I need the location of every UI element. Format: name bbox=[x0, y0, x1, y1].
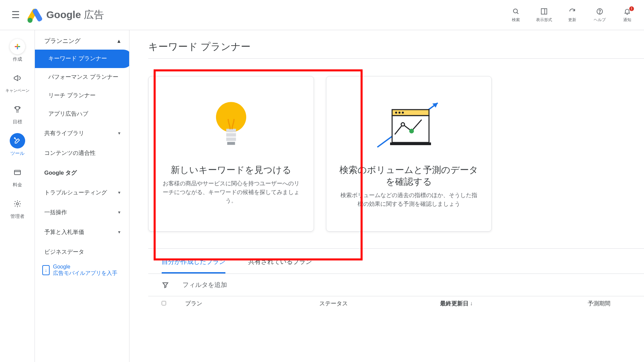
svg-point-23 bbox=[398, 112, 400, 114]
col-status[interactable]: ステータス bbox=[319, 300, 440, 307]
rail-admin[interactable]: 管理者 bbox=[10, 196, 25, 220]
filter-bar[interactable]: フィルタを追加 bbox=[148, 274, 644, 296]
mobile-icon: ↓ bbox=[42, 265, 50, 275]
tab-shared-plans[interactable]: 共有されているプラン bbox=[248, 253, 312, 274]
svg-point-26 bbox=[401, 123, 405, 126]
rail-create-label: 作成 bbox=[13, 56, 22, 62]
svg-rect-17 bbox=[226, 137, 236, 141]
rail-billing-label: 料金 bbox=[13, 182, 22, 188]
tab-my-plans[interactable]: 自分が作成したプラン bbox=[162, 253, 225, 274]
refresh-button[interactable]: 更新 bbox=[565, 7, 580, 23]
nav-keyword-planner[interactable]: キーワード プランナー bbox=[35, 50, 129, 68]
notifications-label: 通知 bbox=[623, 17, 631, 23]
svg-point-22 bbox=[395, 112, 397, 114]
svg-point-27 bbox=[409, 129, 414, 133]
ads-logo-icon bbox=[28, 8, 42, 22]
sort-down-icon: ↓ bbox=[470, 300, 473, 307]
product-name: Google 広告 bbox=[46, 8, 104, 22]
rail-goals[interactable]: 目標 bbox=[10, 102, 25, 125]
svg-point-24 bbox=[402, 112, 404, 114]
layout-label: 表示形式 bbox=[536, 17, 552, 23]
nav-google-tag[interactable]: Google タグ bbox=[35, 163, 129, 183]
mobile-app-prompt[interactable]: ↓ Google 広告モバイルアプリを入手 bbox=[35, 262, 129, 279]
card2-title: 検索のボリュームと予測のデータを確認する bbox=[338, 164, 479, 188]
svg-point-13 bbox=[16, 203, 18, 205]
search-label: 検索 bbox=[512, 17, 520, 23]
nav-reach-planner[interactable]: リーチ プランナー bbox=[35, 86, 129, 105]
card-search-volume[interactable]: 検索のボリュームと予測のデータを確認する 検索ボリュームなどの過去の指標のほか、… bbox=[326, 76, 492, 232]
section-shared-library-label: 共有ライブラリ bbox=[44, 129, 84, 137]
chevron-down-icon: ▾ bbox=[118, 130, 120, 136]
trophy-icon bbox=[10, 102, 25, 117]
rail-tools[interactable]: ツール bbox=[10, 133, 25, 157]
page-title: キーワード プランナー bbox=[148, 40, 644, 54]
card1-title: 新しいキーワードを見つける bbox=[171, 164, 291, 176]
left-rail: 作成 キャンペーン 目標 ツール 料金 bbox=[0, 30, 35, 362]
svg-rect-21 bbox=[392, 110, 429, 116]
plans-table-header: プラン ステータス 最終更新日↓ 予測期間 bbox=[148, 296, 644, 307]
select-all-checkbox[interactable] bbox=[162, 301, 166, 305]
nav-performance-planner[interactable]: パフォーマンス プランナー bbox=[35, 68, 129, 86]
nav-app-hub[interactable]: アプリ広告ハブ bbox=[35, 105, 129, 123]
filter-label: フィルタを追加 bbox=[182, 281, 227, 289]
col-forecast-period[interactable]: 予測期間 bbox=[588, 300, 628, 307]
col-last-updated[interactable]: 最終更新日↓ bbox=[440, 300, 588, 307]
card2-desc: 検索ボリュームなどの過去の指標のほか、そうした指標の効果に関する予測を確認しまし… bbox=[338, 191, 479, 208]
rail-admin-label: 管理者 bbox=[10, 214, 24, 220]
megaphone-icon bbox=[10, 70, 25, 86]
card1-desc: お客様の商品やサービスに関心を持つユーザーへのリーチにつながる、キーワードの候補… bbox=[161, 179, 302, 205]
section-bulk-actions[interactable]: 一括操作 ▾ bbox=[35, 202, 129, 222]
gear-icon bbox=[10, 196, 25, 212]
plus-icon bbox=[10, 39, 25, 54]
search-icon bbox=[512, 7, 520, 16]
rail-billing[interactable]: 料金 bbox=[10, 165, 25, 188]
rail-campaigns-label: キャンペーン bbox=[5, 88, 30, 94]
card-icon bbox=[10, 165, 25, 180]
lightbulb-icon bbox=[211, 92, 251, 159]
svg-point-5 bbox=[599, 13, 600, 13]
layout-icon bbox=[540, 7, 548, 16]
svg-rect-11 bbox=[14, 170, 20, 175]
section-budgets-bids[interactable]: 予算と入札単価 ▾ bbox=[35, 222, 129, 242]
option-cards: 新しいキーワードを見つける お客様の商品やサービスに関心を持つユーザーへのリーチ… bbox=[148, 59, 644, 248]
svg-rect-15 bbox=[226, 129, 236, 132]
help-icon bbox=[596, 7, 603, 16]
menu-icon[interactable]: ☰ bbox=[7, 9, 23, 20]
section-troubleshooting[interactable]: トラブルシューティング ▾ bbox=[35, 183, 129, 202]
chevron-down-icon: ▾ bbox=[118, 190, 120, 195]
search-button[interactable]: 検索 bbox=[508, 7, 523, 23]
chevron-up-icon: ▴ bbox=[117, 37, 120, 45]
chevron-down-icon: ▾ bbox=[118, 209, 120, 215]
chevron-down-icon: ▾ bbox=[118, 229, 120, 235]
analytics-icon bbox=[375, 92, 442, 159]
notifications-button[interactable]: ! 通知 bbox=[620, 7, 635, 23]
card-discover-keywords[interactable]: 新しいキーワードを見つける お客様の商品やサービスに関心を持つユーザーへのリーチ… bbox=[148, 76, 314, 232]
filter-icon bbox=[162, 281, 169, 289]
section-planning[interactable]: プランニング ▴ bbox=[35, 30, 129, 50]
svg-rect-16 bbox=[226, 133, 236, 136]
tools-side-panel: プランニング ▴ キーワード プランナー パフォーマンス プランナー リーチ プ… bbox=[35, 30, 129, 362]
rail-tools-label: ツール bbox=[10, 150, 24, 157]
svg-point-14 bbox=[216, 102, 246, 132]
product-logo[interactable]: Google 広告 bbox=[28, 8, 104, 22]
section-planning-label: プランニング bbox=[44, 37, 80, 45]
section-shared-library[interactable]: 共有ライブラリ ▾ bbox=[35, 123, 129, 143]
layout-button[interactable]: 表示形式 bbox=[536, 7, 552, 23]
col-plan[interactable]: プラン bbox=[185, 300, 319, 307]
svg-rect-28 bbox=[390, 142, 431, 145]
svg-rect-18 bbox=[227, 142, 235, 145]
app-bar: ☰ Google 広告 検索 表示形式 更新 bbox=[0, 0, 644, 30]
nav-business-data[interactable]: ビジネスデータ bbox=[35, 242, 129, 262]
refresh-label: 更新 bbox=[568, 17, 576, 23]
plan-tabs: 自分が作成したプラン 共有されているプラン bbox=[148, 249, 644, 274]
svg-rect-2 bbox=[541, 9, 547, 14]
svg-point-0 bbox=[514, 9, 518, 13]
help-label: ヘルプ bbox=[594, 17, 606, 23]
rail-campaigns[interactable]: キャンペーン bbox=[5, 70, 30, 94]
nav-content-suitability[interactable]: コンテンツの適合性 bbox=[35, 143, 129, 163]
rail-create[interactable]: 作成 bbox=[10, 39, 25, 62]
main-content: キーワード プランナー 新しいキーワードを見つける お客様の商品やサービスに関心… bbox=[129, 30, 644, 362]
help-button[interactable]: ヘルプ bbox=[592, 7, 607, 23]
tools-icon bbox=[10, 133, 25, 148]
notification-badge: ! bbox=[629, 6, 634, 11]
